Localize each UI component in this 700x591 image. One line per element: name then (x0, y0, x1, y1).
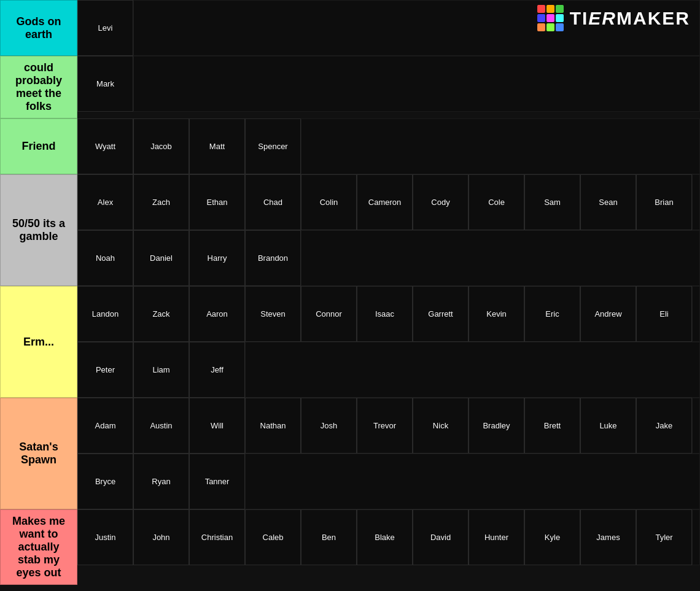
tier-item-eli: Eli (636, 286, 692, 342)
tier-row-filler (301, 118, 700, 174)
tier-item-ethan: Ethan (189, 174, 245, 230)
tier-item-jeff: Jeff (189, 342, 245, 398)
tier-item-colin: Colin (301, 174, 357, 230)
tier-item-justin: Justin (77, 509, 133, 565)
tier-items-e: AdamAustinWillNathanJoshTrevorNickBradle… (77, 398, 700, 509)
tier-item-tyler: Tyler (636, 509, 692, 565)
tier-item-garrett: Garrett (413, 286, 469, 342)
tier-label-c: 50/50 its a gamble (0, 174, 77, 286)
tier-row-items-c-0: AlexZachEthanChadColinCameronCodyColeSam… (77, 174, 700, 230)
tier-item-hunter: Hunter (469, 509, 524, 565)
tier-row-filler (692, 286, 700, 342)
tier-item-connor: Connor (301, 286, 357, 342)
tier-item-nick: Nick (413, 398, 469, 454)
tier-item-tanner: Tanner (189, 454, 245, 509)
tier-item-ryan: Ryan (133, 454, 189, 509)
tiermaker-logo-text: TiERMAKER (570, 8, 690, 29)
tier-item-zach: Zach (133, 174, 189, 230)
tier-row-f: Makes me want to actually stab my eyes o… (0, 509, 700, 585)
tier-items-d: LandonZackAaronStevenConnorIsaacGarrettK… (77, 286, 700, 398)
tier-label-e: Satan's Spawn (0, 398, 77, 509)
tier-items-c: AlexZachEthanChadColinCameronCodyColeSam… (77, 174, 700, 286)
tier-item-blake: Blake (357, 509, 413, 565)
tier-label-s: Gods on earth (0, 0, 77, 56)
tier-item-kyle: Kyle (524, 509, 580, 565)
tier-table: Gods on earthLevicould probably meet the… (0, 0, 700, 585)
tier-item-josh: Josh (301, 398, 357, 454)
tier-item-eric: Eric (524, 286, 580, 342)
tier-row-filler (245, 454, 700, 509)
tier-item-matt: Matt (189, 118, 245, 174)
tier-row-items-a-0: Mark (77, 56, 700, 112)
tier-item-peter: Peter (77, 342, 133, 398)
tier-item-daniel: Daniel (133, 230, 189, 286)
tier-item-sam: Sam (524, 174, 580, 230)
tier-item-liam: Liam (133, 342, 189, 398)
tier-item-noah: Noah (77, 230, 133, 286)
tier-item-steven: Steven (245, 286, 301, 342)
tier-item-alex: Alex (77, 174, 133, 230)
tier-row-filler (692, 398, 700, 454)
tier-row-items-e-0: AdamAustinWillNathanJoshTrevorNickBradle… (77, 398, 700, 454)
tier-item-cameron: Cameron (357, 174, 413, 230)
tier-item-ben: Ben (301, 509, 357, 565)
tier-item-cole: Cole (469, 174, 524, 230)
tier-row-items-c-1: NoahDanielHarryBrandon (77, 230, 700, 286)
tier-item-zack: Zack (133, 286, 189, 342)
tier-row-items-d-0: LandonZackAaronStevenConnorIsaacGarrettK… (77, 286, 700, 342)
tier-item-bradley: Bradley (469, 398, 524, 454)
tier-row-items-d-1: PeterLiamJeff (77, 342, 700, 398)
tier-row-a: could probably meet the folksMark (0, 56, 700, 118)
tier-item-caleb: Caleb (245, 509, 301, 565)
tier-items-f: JustinJohnChristianCalebBenBlakeDavidHun… (77, 509, 700, 585)
tier-item-luke: Luke (580, 398, 636, 454)
tier-row-filler (245, 342, 700, 398)
logo-grid (537, 5, 564, 31)
tier-row-filler (692, 174, 700, 230)
tier-item-levi: Levi (77, 0, 133, 56)
tier-item-kevin: Kevin (469, 286, 524, 342)
tier-item-james: James (580, 509, 636, 565)
tier-row-items-e-1: BryceRyanTanner (77, 454, 700, 509)
tier-row-c: 50/50 its a gambleAlexZachEthanChadColin… (0, 174, 700, 286)
tier-row-items-b-0: WyattJacobMattSpencer (77, 118, 700, 174)
tier-item-will: Will (189, 398, 245, 454)
tier-row-filler (301, 230, 700, 286)
tier-items-a: Mark (77, 56, 700, 118)
tier-row-d: Erm...LandonZackAaronStevenConnorIsaacGa… (0, 286, 700, 398)
tier-item-isaac: Isaac (357, 286, 413, 342)
tier-row-filler (692, 509, 700, 565)
tier-item-nathan: Nathan (245, 398, 301, 454)
tier-item-jacob: Jacob (133, 118, 189, 174)
tier-item-brandon: Brandon (245, 230, 301, 286)
tier-item-brett: Brett (524, 398, 580, 454)
tier-item-john: John (133, 509, 189, 565)
tier-item-brian: Brian (636, 174, 692, 230)
tier-item-chad: Chad (245, 174, 301, 230)
tier-item-bryce: Bryce (77, 454, 133, 509)
tier-item-harry: Harry (189, 230, 245, 286)
tier-item-andrew: Andrew (580, 286, 636, 342)
tier-item-landon: Landon (77, 286, 133, 342)
tier-item-sean: Sean (580, 174, 636, 230)
tier-label-a: could probably meet the folks (0, 56, 77, 118)
tier-row-items-f-0: JustinJohnChristianCalebBenBlakeDavidHun… (77, 509, 700, 565)
tier-item-austin: Austin (133, 398, 189, 454)
tier-item-aaron: Aaron (189, 286, 245, 342)
tier-row-b: FriendWyattJacobMattSpencer (0, 118, 700, 174)
tier-items-b: WyattJacobMattSpencer (77, 118, 700, 174)
tier-label-b: Friend (0, 118, 77, 174)
tier-item-trevor: Trevor (357, 398, 413, 454)
tier-row-filler (133, 56, 700, 112)
tier-item-cody: Cody (413, 174, 469, 230)
tier-row-e: Satan's SpawnAdamAustinWillNathanJoshTre… (0, 398, 700, 509)
tier-item-christian: Christian (189, 509, 245, 565)
tier-label-d: Erm... (0, 286, 77, 398)
tier-item-mark: Mark (77, 56, 133, 112)
tier-item-jake: Jake (636, 398, 692, 454)
tier-item-wyatt: Wyatt (77, 118, 133, 174)
tier-item-adam: Adam (77, 398, 133, 454)
tier-item-david: David (413, 509, 469, 565)
tier-item-spencer: Spencer (245, 118, 301, 174)
tier-label-f: Makes me want to actually stab my eyes o… (0, 509, 77, 585)
